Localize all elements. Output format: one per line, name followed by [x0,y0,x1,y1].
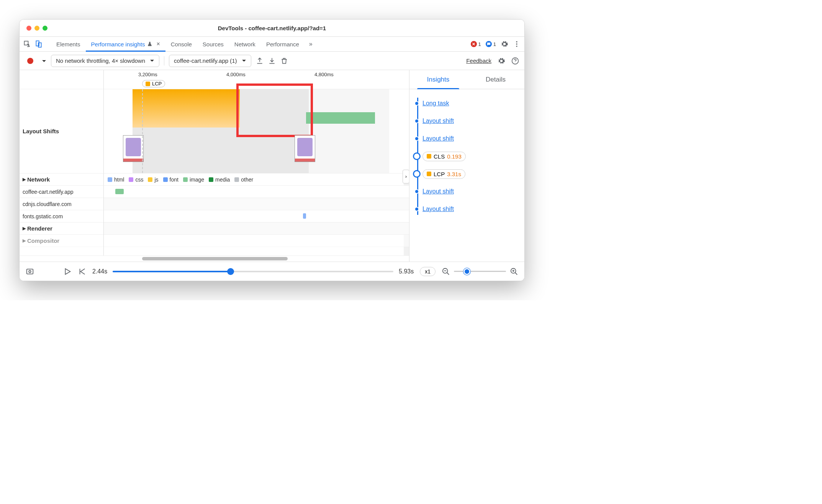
export-icon[interactable] [256,57,264,65]
horizontal-scrollbar[interactable] [20,255,409,262]
tab-performance[interactable]: Performance [261,37,305,51]
time-slider[interactable]: 2.44s 5.93s [92,268,414,275]
ruler-spacer [20,70,103,89]
skip-back-icon[interactable] [78,267,86,276]
network-origin-row[interactable]: fonts.gstatic.com [20,210,103,223]
metric-value: 3.31s [447,171,461,177]
slider-track[interactable] [113,271,393,272]
gear-icon[interactable] [501,40,508,48]
screenshot-thumb[interactable] [295,135,315,162]
insights-item[interactable]: Layout shift [422,183,521,200]
info-badge[interactable]: 1 [486,41,496,47]
network-origin-row[interactable]: cdnjs.cloudflare.com [20,198,103,210]
trash-icon[interactable] [280,57,288,65]
error-badge[interactable]: ✕ 1 [471,41,481,47]
network-track[interactable] [104,186,409,198]
compositor-header[interactable]: ▶Compositor [20,235,103,247]
more-tabs-icon[interactable]: » [306,41,316,47]
square-icon [183,177,188,182]
zoom-in-icon[interactable] [510,267,518,276]
feedback-link[interactable]: Feedback [466,57,491,64]
minimize-icon[interactable] [34,26,39,31]
network-bar[interactable] [303,213,306,219]
tab-elements[interactable]: Elements [51,37,86,51]
help-icon[interactable] [511,57,519,65]
record-button[interactable] [25,56,36,66]
insights-toolbar: No network throttling, 4× slowdown coffe… [20,52,524,70]
slider-start-label: 2.44s [92,268,107,275]
network-origin-row[interactable]: coffee-cart.netlify.app [20,186,103,198]
compositor-track[interactable] [104,235,409,247]
square-icon [108,177,112,182]
chevron-down-icon [242,59,246,62]
square-icon [148,177,152,182]
maximize-icon[interactable] [43,26,47,31]
tab-console[interactable]: Console [165,37,197,51]
lcp-marker-pill[interactable]: LCP [142,80,165,87]
screenshot-thumb[interactable] [123,135,144,162]
insights-item[interactable]: CLS 0.193 [422,147,521,165]
tab-insights[interactable]: Insights [409,70,467,89]
insight-link[interactable]: Layout shift [422,135,454,142]
close-icon[interactable]: × [156,41,160,47]
recording-dropdown[interactable]: coffee-cart.netlify.app (1) [169,55,251,67]
device-toolbar-icon[interactable] [35,40,43,48]
record-icon [27,58,33,64]
tab-label: Network [234,41,255,47]
zoom-knob[interactable] [463,268,470,275]
play-icon[interactable] [63,267,72,276]
insights-tabs: Insights Details [409,70,524,89]
network-track[interactable] [104,210,409,223]
tab-details[interactable]: Details [467,70,524,89]
metric-pill[interactable]: LCP 3.31s [422,169,465,179]
insight-link[interactable]: Layout shift [422,118,454,124]
insights-list[interactable]: Long taskLayout shiftLayout shiftCLS 0.1… [409,89,524,262]
tab-network[interactable]: Network [229,37,261,51]
screenshot-toggle-icon[interactable] [26,267,34,276]
insight-link[interactable]: Layout shift [422,206,454,213]
timeline-pane: Layout Shifts ▶Network coffee-cart.netli… [20,70,409,262]
inspect-icon[interactable] [23,40,31,48]
metric-pill[interactable]: CLS 0.193 [422,152,466,161]
insights-item[interactable]: LCP 3.31s [422,165,521,183]
throttling-dropdown[interactable]: No network throttling, 4× slowdown [51,55,159,67]
tab-performance-insights[interactable]: Performance insights × [86,37,165,51]
zoom-out-icon[interactable] [442,267,450,276]
insights-item[interactable]: Layout shift [422,130,521,147]
renderer-label: Renderer [27,225,52,232]
zoom-track[interactable] [454,271,506,272]
legend-label: image [190,177,204,183]
zoom-slider[interactable] [442,267,518,276]
timeline-dot-icon [414,207,419,211]
legend-label: media [215,177,230,183]
svg-point-5 [516,46,517,47]
insight-link[interactable]: Layout shift [422,188,454,195]
svg-point-8 [29,270,31,273]
gear-icon[interactable] [498,57,505,65]
network-bar[interactable] [115,189,124,194]
speed-pill[interactable]: x1 [420,267,436,276]
close-icon[interactable] [26,26,31,31]
network-track[interactable] [104,198,409,210]
throttling-label: No network throttling, 4× slowdown [56,57,145,64]
devtools-tabs-row: Elements Performance insights × Console … [20,36,524,52]
caret-right-icon: ▶ [23,226,26,231]
timeline-tracks[interactable]: 3,200ms 4,000ms 4,800ms LCP [104,70,409,255]
scrollbar-thumb[interactable] [142,257,288,260]
renderer-header[interactable]: ▶Renderer [20,223,103,235]
slider-knob[interactable] [227,268,234,275]
square-icon [209,177,213,182]
collapse-handle-icon[interactable]: › [403,170,409,183]
network-header[interactable]: ▶Network [20,173,103,186]
import-icon[interactable] [268,57,276,65]
metric-label: LCP [434,171,445,177]
insights-item[interactable]: Layout shift [422,112,521,130]
chevron-down-icon[interactable] [40,57,46,64]
tab-sources[interactable]: Sources [197,37,229,51]
kebab-icon[interactable] [513,40,521,48]
insight-link[interactable]: Long task [422,100,449,107]
insights-item[interactable]: Layout shift [422,200,521,218]
insights-item[interactable]: Long task [422,95,521,112]
renderer-track[interactable] [104,223,409,235]
layout-shifts-track[interactable] [104,89,409,173]
